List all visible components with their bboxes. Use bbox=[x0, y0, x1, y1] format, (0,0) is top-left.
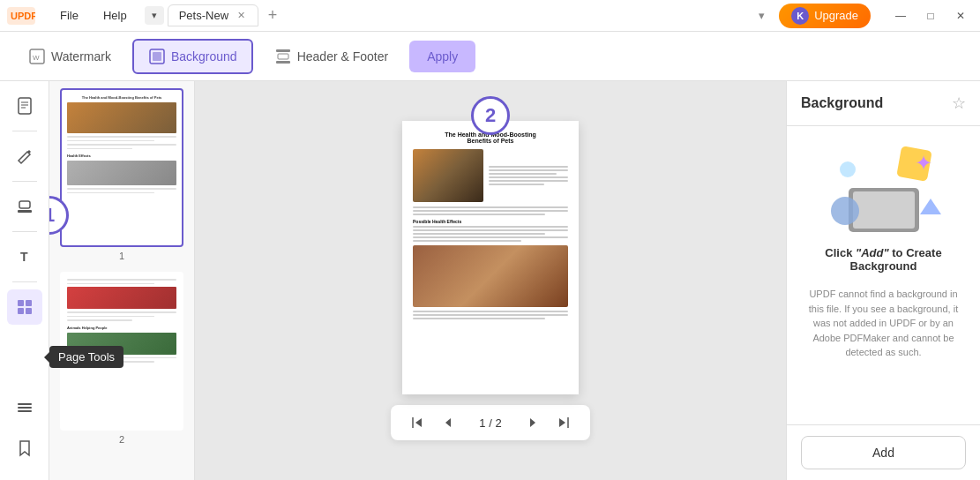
bookmark-button[interactable] bbox=[7, 431, 42, 466]
svg-rect-16 bbox=[18, 300, 24, 306]
thumbnail-1[interactable]: The Health and Mood-Boosting Benefits of… bbox=[56, 88, 187, 261]
thumb-line bbox=[67, 283, 154, 285]
tab-area: ▾ Pets-New ✕ + ▾ bbox=[145, 4, 772, 26]
svg-rect-7 bbox=[276, 61, 290, 64]
right-panel-content: ✦ Click "Add" to Create Background UPDF … bbox=[787, 126, 980, 424]
watermark-button[interactable]: W Watermark bbox=[14, 41, 125, 72]
svg-rect-8 bbox=[278, 54, 288, 59]
svg-rect-6 bbox=[276, 49, 290, 52]
svg-text:UPDF: UPDF bbox=[11, 11, 35, 21]
stamp-button[interactable] bbox=[7, 189, 42, 224]
current-tab[interactable]: Pets-New ✕ bbox=[168, 4, 258, 26]
pdf-text-line bbox=[413, 206, 568, 208]
right-panel-instruction: Click "Add" to Create Background bbox=[801, 246, 966, 273]
watermark-label: Watermark bbox=[51, 49, 111, 64]
last-page-button[interactable] bbox=[551, 410, 576, 435]
right-panel-title: Background bbox=[801, 95, 883, 111]
pdf-text-line bbox=[413, 233, 545, 235]
pdf-text-line bbox=[413, 318, 545, 319]
right-panel-header: Background ☆ bbox=[787, 81, 980, 126]
page-tools-tooltip: Page Tools bbox=[49, 346, 123, 368]
pdf-text-line bbox=[413, 210, 568, 212]
pdf-dog-image bbox=[413, 245, 568, 307]
document-view-button[interactable] bbox=[7, 88, 42, 124]
pdf-text-line bbox=[489, 166, 568, 168]
thumb-content-1: The Health and Mood-Boosting Benefits of… bbox=[67, 95, 176, 240]
maximize-button[interactable]: □ bbox=[918, 4, 943, 28]
menu-bar: File Help bbox=[49, 5, 138, 26]
thumb-title-1: The Health and Mood-Boosting Benefits of… bbox=[67, 95, 176, 100]
star-icon[interactable]: ☆ bbox=[952, 94, 966, 113]
separator-1 bbox=[12, 131, 37, 131]
page-info: 1 / 2 bbox=[468, 416, 512, 430]
file-menu[interactable]: File bbox=[49, 5, 89, 26]
right-panel-description: UPDF cannot find a background in this fi… bbox=[801, 287, 966, 360]
header-footer-icon bbox=[274, 48, 292, 65]
pdf-page: The Health and Mood-BoostingBenefits of … bbox=[402, 121, 579, 394]
pdf-text-line bbox=[489, 169, 568, 171]
prev-page-button[interactable] bbox=[437, 410, 461, 435]
toolbar: W Watermark Background Header & Footer A… bbox=[0, 32, 980, 81]
pdf-text-line bbox=[413, 311, 568, 312]
dot-decoration bbox=[840, 161, 856, 177]
circle-decoration bbox=[831, 197, 859, 225]
title-bar-actions: K Upgrade — □ ✕ bbox=[779, 4, 973, 28]
current-page: 1 bbox=[479, 416, 485, 430]
add-background-button[interactable]: Add bbox=[801, 436, 966, 469]
svg-rect-5 bbox=[153, 52, 161, 61]
svg-text:W: W bbox=[33, 54, 40, 62]
svg-rect-21 bbox=[18, 410, 32, 412]
pdf-text-line bbox=[489, 184, 544, 185]
text-button[interactable]: T bbox=[7, 239, 42, 274]
app-logo: UPDF bbox=[7, 7, 35, 25]
help-menu[interactable]: Help bbox=[93, 5, 138, 26]
thumb-image-box-3 bbox=[67, 287, 176, 309]
title-bar: UPDF File Help ▾ Pets-New ✕ + ▾ K Upgrad… bbox=[0, 0, 980, 32]
thumbnail-image-1[interactable]: The Health and Mood-Boosting Benefits of… bbox=[60, 88, 183, 247]
edit-button[interactable] bbox=[7, 139, 42, 174]
thumb-line bbox=[67, 136, 176, 138]
total-pages: 2 bbox=[495, 416, 501, 430]
tab-close-button[interactable]: ✕ bbox=[236, 10, 247, 21]
pdf-text-block-3 bbox=[413, 311, 568, 319]
svg-rect-9 bbox=[19, 98, 31, 114]
thumb-line bbox=[67, 311, 176, 313]
separator-4 bbox=[12, 281, 37, 282]
window-controls: — □ ✕ bbox=[888, 4, 973, 28]
upgrade-button[interactable]: K Upgrade bbox=[779, 4, 871, 28]
thumb-line bbox=[67, 319, 132, 321]
thumb-image-box-1 bbox=[67, 102, 176, 133]
thumbnail-panel[interactable]: 1 The Health and Mood-Boosting Benefits … bbox=[49, 81, 195, 480]
pdf-text-line bbox=[413, 214, 545, 215]
pdf-intro-section bbox=[413, 149, 568, 202]
tab-dropdown-button[interactable]: ▾ bbox=[145, 6, 164, 25]
minimize-button[interactable]: — bbox=[888, 4, 913, 28]
next-page-button[interactable] bbox=[520, 410, 544, 435]
svg-rect-22 bbox=[18, 403, 32, 405]
page-tools-button[interactable] bbox=[7, 289, 42, 325]
pdf-section-health: Possible Health Effects bbox=[413, 219, 568, 224]
right-panel: Background ☆ ✦ Click bbox=[786, 81, 980, 480]
thumb-line bbox=[67, 316, 154, 318]
header-footer-button[interactable]: Header & Footer bbox=[260, 41, 403, 72]
close-button[interactable]: ✕ bbox=[948, 4, 973, 28]
right-panel-footer: Add bbox=[787, 424, 980, 480]
svg-rect-17 bbox=[26, 300, 32, 306]
new-tab-button[interactable]: + bbox=[262, 5, 283, 26]
tabs-overflow-button[interactable]: ▾ bbox=[752, 5, 772, 26]
thumb-line bbox=[67, 148, 132, 150]
first-page-button[interactable] bbox=[405, 410, 430, 435]
background-icon bbox=[148, 48, 166, 65]
separator-3 bbox=[12, 231, 37, 232]
background-button[interactable]: Background bbox=[132, 39, 253, 74]
apply-button[interactable]: Apply bbox=[409, 41, 475, 72]
layers-button[interactable] bbox=[7, 392, 42, 427]
thumb-label-2: 2 bbox=[119, 434, 124, 445]
thumb-line bbox=[67, 188, 176, 190]
thumb-label-1: 1 bbox=[119, 251, 124, 261]
svg-rect-13 bbox=[19, 201, 30, 208]
pdf-text-block-2 bbox=[413, 226, 568, 242]
pdf-text-line bbox=[413, 229, 568, 231]
separator-2 bbox=[12, 181, 37, 182]
watermark-icon: W bbox=[28, 48, 46, 65]
